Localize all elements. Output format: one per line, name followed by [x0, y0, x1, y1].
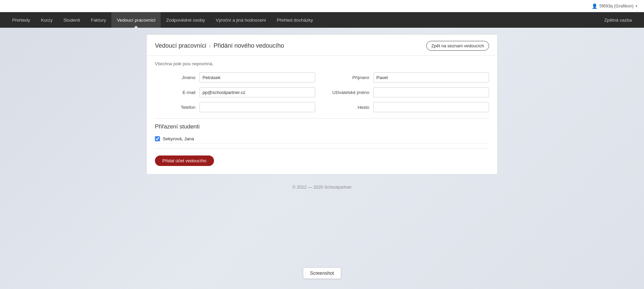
input-uziv-jmeno[interactable] [373, 87, 489, 97]
chevron-down-icon: ▾ [636, 4, 637, 8]
card-body: Všechna pole jsou nepovinná. Jméno Příjm… [147, 56, 497, 174]
input-prijmeni[interactable] [373, 72, 489, 82]
form-subtitle: Všechna pole jsou nepovinná. [155, 61, 489, 66]
user-menu[interactable]: 👤 5f693q (Grafikon) ▾ [592, 3, 637, 9]
user-label: 5f693q (Grafikon) [599, 3, 634, 8]
label-jmeno: Jméno [155, 75, 195, 80]
submit-button[interactable]: Přidat účet vedoucího [155, 155, 214, 166]
main-content: Vedoucí pracovníci › Přidání nového vedo… [146, 28, 498, 207]
nav-item-zodpovedneosoby[interactable]: Zodpovědné osoby [161, 12, 210, 28]
input-jmeno[interactable] [199, 72, 315, 82]
nav-item-dochazky[interactable]: Přehled docházky [271, 12, 318, 28]
breadcrumb-parent[interactable]: Vedoucí pracovníci [155, 42, 206, 49]
breadcrumb-separator: › [209, 43, 211, 49]
breadcrumb-current: Přidání nového vedoucího [213, 42, 284, 49]
nav-item-vyrocni[interactable]: Výroční a jiná hodnocení [210, 12, 271, 28]
label-email: E-mail [155, 90, 195, 95]
label-heslo: Heslo [329, 105, 369, 110]
content-card: Vedoucí pracovníci › Přidání nového vedo… [146, 34, 498, 174]
nav-item-studenti[interactable]: Studenti [58, 12, 86, 28]
form-row-email: E-mail [155, 87, 315, 97]
input-email[interactable] [199, 87, 315, 97]
label-prijmeni: Příjmení [329, 75, 369, 80]
divider [155, 118, 489, 119]
nav-item-prehledy[interactable]: Přehledy [7, 12, 35, 28]
student-name-sekyrova: Sekyrová, Jana [163, 136, 194, 141]
nav-item-vedouci[interactable]: Vedoucí pracovníci [111, 12, 161, 28]
form-row-heslo: Heslo [329, 102, 489, 112]
screenshot-button[interactable]: Screenshot [303, 267, 341, 279]
form-row-telefon: Telefon [155, 102, 315, 112]
student-row: Sekyrová, Jana [155, 134, 489, 144]
students-section-title: Přiřazení studenti [155, 123, 489, 130]
form-grid: Jméno Příjmení E-mail Uživatelské jméno [155, 72, 489, 112]
user-icon: 👤 [592, 3, 597, 9]
label-uziv-jmeno: Uživatelské jméno [329, 90, 369, 95]
main-nav: Přehledy Kurzy Studenti Faktury Vedoucí … [0, 12, 644, 28]
divider-2 [155, 148, 489, 149]
footer-text: © 2012 — 2020 Schoolpartner [292, 185, 352, 190]
form-row-jmeno: Jméno [155, 72, 315, 82]
footer: © 2012 — 2020 Schoolpartner [146, 174, 498, 200]
input-telefon[interactable] [199, 102, 315, 112]
nav-items: Přehledy Kurzy Studenti Faktury Vedoucí … [7, 12, 637, 28]
student-checkbox-sekyrova[interactable] [155, 136, 160, 141]
top-bar: 👤 5f693q (Grafikon) ▾ [0, 0, 644, 12]
label-telefon: Telefon [155, 105, 195, 110]
card-header: Vedoucí pracovníci › Přidání nového vedo… [147, 35, 497, 56]
breadcrumb: Vedoucí pracovníci › Přidání nového vedo… [155, 42, 284, 49]
form-row-uziv-jmeno: Uživatelské jméno [329, 87, 489, 97]
nav-item-faktury[interactable]: Faktury [85, 12, 111, 28]
submit-area: Přidat účet vedoucího [155, 155, 489, 166]
nav-item-zpetna-vazba[interactable]: Zpětná vazba [599, 12, 637, 28]
input-heslo[interactable] [373, 102, 489, 112]
back-button[interactable]: Zpět na seznam vedoucích [426, 41, 489, 51]
form-row-prijmeni: Příjmení [329, 72, 489, 82]
nav-item-kurzy[interactable]: Kurzy [35, 12, 58, 28]
